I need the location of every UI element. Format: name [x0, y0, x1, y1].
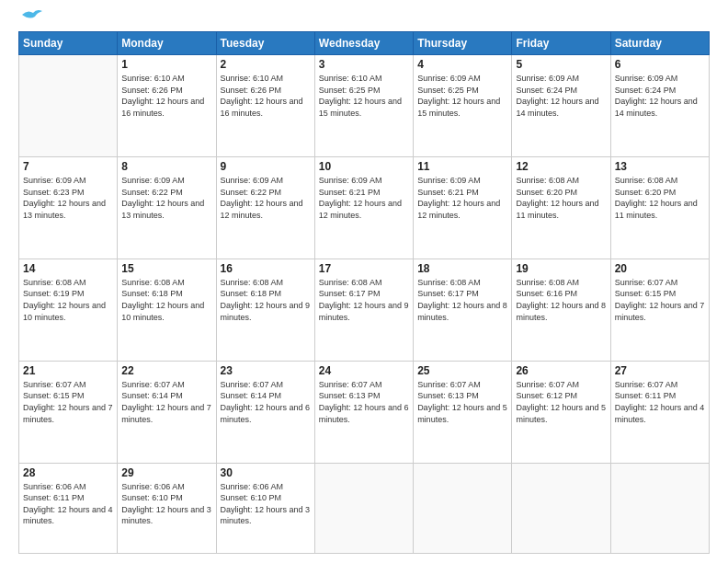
day-info: Sunrise: 6:09 AMSunset: 6:24 PMDaylight:…	[516, 73, 606, 119]
day-info: Sunrise: 6:07 AMSunset: 6:13 PMDaylight:…	[319, 379, 409, 425]
calendar-cell: 27Sunrise: 6:07 AMSunset: 6:11 PMDayligh…	[610, 361, 709, 463]
calendar-week-row: 21Sunrise: 6:07 AMSunset: 6:15 PMDayligh…	[19, 361, 710, 463]
day-number: 17	[319, 262, 409, 275]
day-info: Sunrise: 6:08 AMSunset: 6:20 PMDaylight:…	[516, 175, 606, 221]
day-info: Sunrise: 6:07 AMSunset: 6:13 PMDaylight:…	[417, 379, 507, 425]
day-info: Sunrise: 6:09 AMSunset: 6:25 PMDaylight:…	[417, 73, 507, 119]
calendar-cell: 8Sunrise: 6:09 AMSunset: 6:22 PMDaylight…	[118, 156, 216, 259]
calendar-cell	[512, 463, 610, 553]
day-info: Sunrise: 6:08 AMSunset: 6:18 PMDaylight:…	[221, 277, 311, 323]
calendar-cell: 7Sunrise: 6:09 AMSunset: 6:23 PMDaylight…	[19, 156, 118, 259]
calendar-cell	[610, 463, 709, 553]
calendar-cell: 18Sunrise: 6:08 AMSunset: 6:17 PMDayligh…	[414, 259, 512, 361]
day-number: 11	[417, 160, 507, 173]
day-number: 19	[516, 262, 606, 275]
day-info: Sunrise: 6:08 AMSunset: 6:17 PMDaylight:…	[319, 277, 409, 323]
calendar-cell: 12Sunrise: 6:08 AMSunset: 6:20 PMDayligh…	[512, 156, 610, 259]
day-number: 12	[516, 160, 606, 173]
calendar-cell: 22Sunrise: 6:07 AMSunset: 6:14 PMDayligh…	[118, 361, 216, 463]
day-number: 5	[516, 58, 606, 71]
day-info: Sunrise: 6:09 AMSunset: 6:23 PMDaylight:…	[23, 175, 113, 221]
calendar-cell: 29Sunrise: 6:06 AMSunset: 6:10 PMDayligh…	[118, 463, 216, 553]
day-number: 28	[23, 466, 113, 479]
day-number: 9	[221, 160, 311, 173]
day-number: 6	[615, 58, 705, 71]
day-number: 3	[319, 58, 409, 71]
calendar-cell: 6Sunrise: 6:09 AMSunset: 6:24 PMDaylight…	[610, 55, 709, 157]
calendar-table: SundayMondayTuesdayWednesdayThursdayFrid…	[18, 31, 710, 554]
day-number: 4	[417, 58, 507, 71]
calendar-week-row: 28Sunrise: 6:06 AMSunset: 6:11 PMDayligh…	[19, 463, 710, 553]
day-info: Sunrise: 6:07 AMSunset: 6:15 PMDaylight:…	[615, 277, 705, 323]
weekday-header-tuesday: Tuesday	[216, 32, 314, 55]
day-info: Sunrise: 6:07 AMSunset: 6:12 PMDaylight:…	[516, 379, 606, 425]
calendar-week-row: 7Sunrise: 6:09 AMSunset: 6:23 PMDaylight…	[19, 156, 710, 259]
weekday-header-sunday: Sunday	[19, 32, 118, 55]
day-number: 13	[615, 160, 705, 173]
day-info: Sunrise: 6:07 AMSunset: 6:15 PMDaylight:…	[23, 379, 113, 425]
day-info: Sunrise: 6:10 AMSunset: 6:26 PMDaylight:…	[221, 73, 311, 119]
calendar-cell	[314, 463, 413, 553]
calendar-cell: 3Sunrise: 6:10 AMSunset: 6:25 PMDaylight…	[314, 55, 413, 157]
weekday-header-monday: Monday	[118, 32, 216, 55]
calendar-cell: 30Sunrise: 6:06 AMSunset: 6:10 PMDayligh…	[216, 463, 314, 553]
day-info: Sunrise: 6:09 AMSunset: 6:21 PMDaylight:…	[319, 175, 409, 221]
day-number: 16	[221, 262, 311, 275]
day-number: 27	[615, 364, 705, 377]
day-number: 24	[319, 364, 409, 377]
day-number: 26	[516, 364, 606, 377]
calendar-cell	[19, 55, 118, 157]
day-info: Sunrise: 6:06 AMSunset: 6:11 PMDaylight:…	[23, 481, 113, 527]
calendar-week-row: 14Sunrise: 6:08 AMSunset: 6:19 PMDayligh…	[19, 259, 710, 361]
day-number: 8	[121, 160, 211, 173]
day-info: Sunrise: 6:09 AMSunset: 6:21 PMDaylight:…	[417, 175, 507, 221]
calendar-cell: 15Sunrise: 6:08 AMSunset: 6:18 PMDayligh…	[118, 259, 216, 361]
day-number: 15	[121, 262, 211, 275]
day-number: 14	[23, 262, 113, 275]
weekday-header-friday: Friday	[512, 32, 610, 55]
calendar-cell: 17Sunrise: 6:08 AMSunset: 6:17 PMDayligh…	[314, 259, 413, 361]
day-info: Sunrise: 6:10 AMSunset: 6:25 PMDaylight:…	[319, 73, 409, 119]
weekday-header-thursday: Thursday	[414, 32, 512, 55]
day-number: 29	[121, 466, 211, 479]
calendar-cell: 5Sunrise: 6:09 AMSunset: 6:24 PMDaylight…	[512, 55, 610, 157]
calendar-cell: 24Sunrise: 6:07 AMSunset: 6:13 PMDayligh…	[314, 361, 413, 463]
day-number: 30	[221, 466, 311, 479]
calendar-week-row: 1Sunrise: 6:10 AMSunset: 6:26 PMDaylight…	[19, 55, 710, 157]
day-info: Sunrise: 6:08 AMSunset: 6:19 PMDaylight:…	[23, 277, 113, 323]
logo-bird-icon	[20, 7, 42, 24]
weekday-header-row: SundayMondayTuesdayWednesdayThursdayFrid…	[19, 32, 710, 55]
day-info: Sunrise: 6:10 AMSunset: 6:26 PMDaylight:…	[121, 73, 211, 119]
day-info: Sunrise: 6:07 AMSunset: 6:11 PMDaylight:…	[615, 379, 705, 425]
day-number: 1	[121, 58, 211, 71]
calendar-cell: 4Sunrise: 6:09 AMSunset: 6:25 PMDaylight…	[414, 55, 512, 157]
calendar-cell: 26Sunrise: 6:07 AMSunset: 6:12 PMDayligh…	[512, 361, 610, 463]
day-info: Sunrise: 6:09 AMSunset: 6:22 PMDaylight:…	[121, 175, 211, 221]
calendar-cell: 10Sunrise: 6:09 AMSunset: 6:21 PMDayligh…	[314, 156, 413, 259]
day-info: Sunrise: 6:07 AMSunset: 6:14 PMDaylight:…	[121, 379, 211, 425]
day-info: Sunrise: 6:07 AMSunset: 6:14 PMDaylight:…	[221, 379, 311, 425]
calendar-cell: 21Sunrise: 6:07 AMSunset: 6:15 PMDayligh…	[19, 361, 118, 463]
calendar-cell: 16Sunrise: 6:08 AMSunset: 6:18 PMDayligh…	[216, 259, 314, 361]
day-number: 25	[417, 364, 507, 377]
day-info: Sunrise: 6:08 AMSunset: 6:17 PMDaylight:…	[417, 277, 507, 323]
day-info: Sunrise: 6:09 AMSunset: 6:24 PMDaylight:…	[615, 73, 705, 119]
header	[18, 17, 710, 24]
day-number: 10	[319, 160, 409, 173]
calendar-cell: 20Sunrise: 6:07 AMSunset: 6:15 PMDayligh…	[610, 259, 709, 361]
day-info: Sunrise: 6:08 AMSunset: 6:16 PMDaylight:…	[516, 277, 606, 323]
logo	[18, 17, 42, 24]
calendar-cell: 23Sunrise: 6:07 AMSunset: 6:14 PMDayligh…	[216, 361, 314, 463]
calendar-cell: 13Sunrise: 6:08 AMSunset: 6:20 PMDayligh…	[610, 156, 709, 259]
calendar-cell: 14Sunrise: 6:08 AMSunset: 6:19 PMDayligh…	[19, 259, 118, 361]
calendar-cell: 1Sunrise: 6:10 AMSunset: 6:26 PMDaylight…	[118, 55, 216, 157]
calendar-cell: 11Sunrise: 6:09 AMSunset: 6:21 PMDayligh…	[414, 156, 512, 259]
day-info: Sunrise: 6:08 AMSunset: 6:18 PMDaylight:…	[121, 277, 211, 323]
day-info: Sunrise: 6:08 AMSunset: 6:20 PMDaylight:…	[615, 175, 705, 221]
calendar-cell: 2Sunrise: 6:10 AMSunset: 6:26 PMDaylight…	[216, 55, 314, 157]
calendar-cell: 25Sunrise: 6:07 AMSunset: 6:13 PMDayligh…	[414, 361, 512, 463]
calendar-cell: 9Sunrise: 6:09 AMSunset: 6:22 PMDaylight…	[216, 156, 314, 259]
calendar-cell: 28Sunrise: 6:06 AMSunset: 6:11 PMDayligh…	[19, 463, 118, 553]
day-number: 22	[121, 364, 211, 377]
weekday-header-saturday: Saturday	[610, 32, 709, 55]
